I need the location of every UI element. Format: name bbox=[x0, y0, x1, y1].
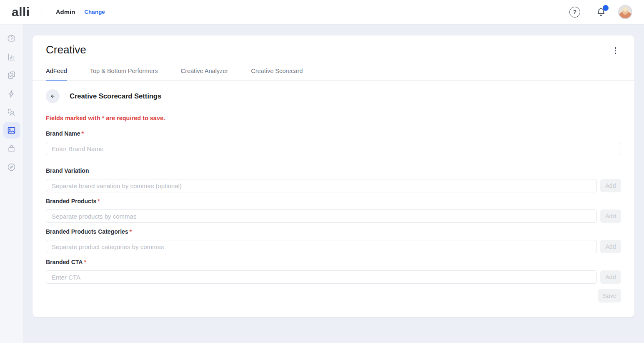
field-group-branded-cta: Branded CTA* Add bbox=[46, 259, 621, 284]
notification-dot bbox=[603, 5, 609, 11]
field-label: Branded Products Categories* bbox=[46, 228, 621, 235]
settings-title: Creative Scorecard Settings bbox=[70, 92, 161, 100]
kebab-dot bbox=[615, 53, 616, 54]
arrow-left-icon bbox=[49, 93, 56, 100]
field-group-brand-variation: Brand Variation Add bbox=[46, 167, 621, 192]
bar-chart-icon bbox=[7, 52, 16, 62]
sidebar-item-dashboard[interactable] bbox=[3, 30, 20, 47]
required-asterisk: * bbox=[98, 198, 100, 204]
notifications-button[interactable] bbox=[596, 6, 606, 18]
lightning-icon bbox=[7, 89, 16, 98]
sidebar-item-tasks[interactable] bbox=[3, 67, 20, 83]
brand-variation-input[interactable] bbox=[46, 179, 597, 192]
field-label: Brand Name* bbox=[46, 130, 621, 137]
add-branded-products-categories-button[interactable]: Add bbox=[600, 240, 621, 253]
brand-name-input[interactable] bbox=[46, 142, 621, 155]
sidebar-item-explore[interactable] bbox=[3, 159, 20, 175]
header-divider bbox=[42, 4, 42, 20]
shopping-bag-icon bbox=[7, 144, 16, 154]
sidebar-item-creative[interactable] bbox=[3, 122, 20, 139]
required-fields-note: Fields marked with * are required to sav… bbox=[46, 115, 621, 121]
required-asterisk: * bbox=[84, 259, 86, 265]
save-button[interactable]: Save bbox=[598, 289, 621, 303]
tab-bar: AdFeed Top & Bottom Performers Creative … bbox=[33, 68, 634, 81]
avatar[interactable] bbox=[618, 5, 632, 19]
branded-products-categories-input[interactable] bbox=[46, 240, 597, 253]
scorecard-settings-form: Brand Name* Brand Variation Add bbox=[46, 130, 621, 303]
tab-adfeed[interactable]: AdFeed bbox=[46, 68, 67, 81]
add-branded-cta-button[interactable]: Add bbox=[600, 270, 621, 284]
field-group-brand-name: Brand Name* bbox=[46, 130, 621, 155]
add-branded-products-button[interactable]: Add bbox=[600, 209, 621, 223]
sidebar-item-audiences[interactable] bbox=[3, 103, 20, 120]
main-content: Creative AdFeed Top & Bottom Performers … bbox=[23, 24, 644, 343]
page-title: Creative bbox=[46, 43, 621, 56]
field-label: Branded Products* bbox=[46, 198, 621, 204]
alli-logo[interactable]: alli bbox=[12, 5, 30, 19]
tab-creative-analyzer[interactable]: Creative Analyzer bbox=[181, 68, 228, 81]
compass-icon bbox=[7, 162, 16, 172]
branded-products-input[interactable] bbox=[46, 209, 597, 223]
required-asterisk: * bbox=[130, 228, 132, 235]
app-header: alli Admin Change ? bbox=[0, 0, 644, 24]
branded-cta-input[interactable] bbox=[46, 270, 597, 284]
change-client-link[interactable]: Change bbox=[84, 9, 105, 15]
back-button[interactable] bbox=[46, 89, 60, 103]
users-icon bbox=[7, 107, 16, 117]
sidebar-item-analytics[interactable] bbox=[3, 48, 20, 65]
more-options-button[interactable] bbox=[613, 45, 618, 56]
clipboard-check-icon bbox=[7, 71, 16, 80]
field-group-branded-products: Branded Products* Add bbox=[46, 198, 621, 223]
required-asterisk: * bbox=[81, 130, 83, 137]
add-brand-variation-button[interactable]: Add bbox=[600, 179, 621, 192]
sidebar-item-automation[interactable] bbox=[3, 85, 20, 102]
kebab-dot bbox=[615, 50, 616, 52]
creative-card: Creative AdFeed Top & Bottom Performers … bbox=[33, 35, 634, 317]
client-name: Admin bbox=[56, 8, 75, 15]
tab-creative-scorecard[interactable]: Creative Scorecard bbox=[251, 68, 303, 81]
field-label: Brand Variation bbox=[46, 167, 621, 174]
image-icon bbox=[7, 126, 16, 135]
sidebar-nav bbox=[0, 24, 23, 343]
sidebar-item-shopping[interactable] bbox=[3, 140, 20, 157]
field-label: Branded CTA* bbox=[46, 259, 621, 265]
gauge-icon bbox=[7, 34, 16, 43]
kebab-dot bbox=[615, 47, 616, 49]
tab-top-bottom-performers[interactable]: Top & Bottom Performers bbox=[90, 68, 158, 81]
help-icon[interactable]: ? bbox=[569, 7, 580, 18]
field-group-branded-products-categories: Branded Products Categories* Add bbox=[46, 228, 621, 253]
